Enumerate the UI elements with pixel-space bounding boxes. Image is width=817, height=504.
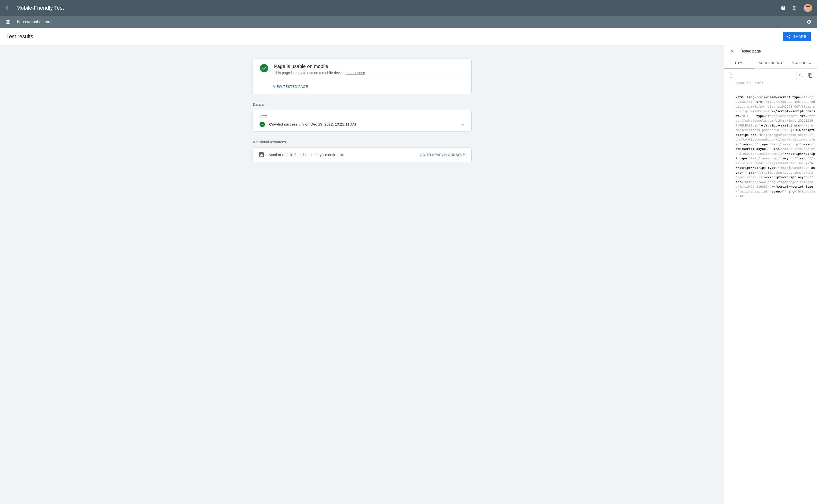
copy-icon xyxy=(808,73,813,78)
share-button[interactable]: SHARE xyxy=(783,32,811,41)
copy-code-button[interactable] xyxy=(806,71,815,80)
page-title: Test results xyxy=(6,33,783,40)
tab-html[interactable]: HTML xyxy=(724,58,755,68)
additional-resources-label: Additional resources xyxy=(253,140,472,144)
source-code[interactable]: <!DOCTYPE html> <html lang="en"><head><s… xyxy=(734,69,817,504)
check-icon xyxy=(260,64,268,72)
app-title: Mobile-Friendly Test xyxy=(16,5,780,11)
crawl-card: Crawl Crawled successfully on Dec 19, 20… xyxy=(253,110,472,132)
main-content: Page is usable on mobile This page is ea… xyxy=(0,45,724,504)
search-code-button[interactable] xyxy=(796,71,806,80)
tab-more-info[interactable]: MORE INFO xyxy=(786,58,817,68)
status-title: Page is usable on mobile xyxy=(274,64,365,69)
crawl-row[interactable]: Crawled successfully on Dec 19, 2022, 10… xyxy=(260,122,466,127)
chart-icon xyxy=(259,152,264,157)
line-gutter: 1 2 xyxy=(724,69,734,504)
reload-icon xyxy=(806,19,812,25)
side-panel-title: Tested page xyxy=(740,49,761,53)
share-icon xyxy=(786,34,791,39)
help-icon xyxy=(780,5,786,11)
help-button[interactable] xyxy=(780,5,786,11)
details-label: Details xyxy=(253,102,472,106)
arrow-left-icon xyxy=(5,5,10,11)
code-viewer: 1 2 <!DOCTYPE html> <html lang="en"><hea… xyxy=(724,69,817,504)
close-panel-button[interactable] xyxy=(730,49,735,54)
reload-button[interactable] xyxy=(806,19,812,25)
side-panel: Tested page HTML SCREENSHOT MORE INFO xyxy=(724,45,817,504)
globe-icon xyxy=(5,19,11,25)
apps-icon xyxy=(792,6,797,10)
search-icon xyxy=(799,73,803,78)
go-to-search-console-link[interactable]: GO TO SEARCH CONSOLE xyxy=(420,153,465,157)
learn-more-link[interactable]: Learn more xyxy=(346,71,365,75)
side-tabs: HTML SCREENSHOT MORE INFO xyxy=(724,58,817,69)
crawl-text: Crawled successfully on Dec 19, 2022, 10… xyxy=(269,122,456,126)
apps-button[interactable] xyxy=(792,5,798,11)
status-card: Page is usable on mobile This page is ea… xyxy=(253,59,472,94)
close-icon xyxy=(730,49,735,54)
share-label: SHARE xyxy=(793,34,806,38)
monitor-card: Monitor mobile friendliness for your ent… xyxy=(253,147,472,162)
back-button[interactable] xyxy=(5,5,11,11)
tab-screenshot[interactable]: SCREENSHOT xyxy=(755,58,786,68)
url-bar: https://msnbc.com/ xyxy=(0,16,817,28)
chevron-down-icon xyxy=(460,122,466,127)
check-icon xyxy=(260,122,265,127)
subheader: Test results SHARE xyxy=(0,28,817,45)
view-tested-page-button[interactable]: VIEW TESTED PAGE xyxy=(253,79,471,94)
account-avatar[interactable] xyxy=(803,4,812,12)
app-header: Mobile-Friendly Test xyxy=(0,0,817,16)
status-subtitle: This page is easy to use on a mobile dev… xyxy=(274,71,365,75)
url-input[interactable]: https://msnbc.com/ xyxy=(17,20,806,24)
crawl-label: Crawl xyxy=(260,114,466,118)
monitor-text: Monitor mobile friendliness for your ent… xyxy=(269,153,415,157)
